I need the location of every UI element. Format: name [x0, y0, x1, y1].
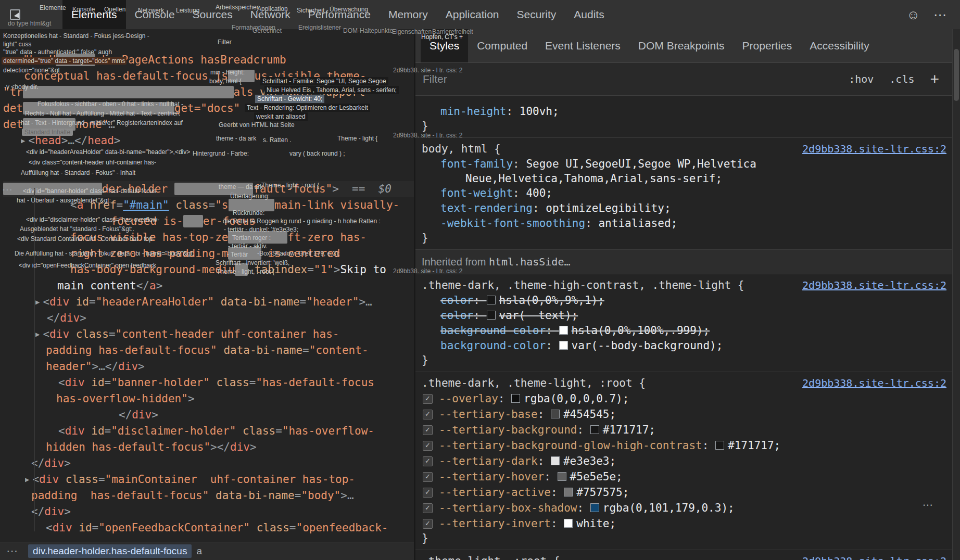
expand-arrow-icon[interactable]: ▶ — [35, 330, 40, 338]
toolbar-tab-sources[interactable]: Sources — [184, 0, 242, 29]
stylesheet-link[interactable]: 2d9bb338.site-ltr.css:2 — [802, 377, 946, 389]
dom-tree-line[interactable]: right-zero has-padding-medium is-centere… — [70, 246, 414, 262]
css-property[interactable]: ✓--tertiary-background: #171717; — [415, 422, 952, 438]
css-property[interactable]: min-height: 100vh; — [415, 104, 952, 119]
color-swatch[interactable] — [558, 472, 566, 481]
color-swatch[interactable] — [487, 296, 496, 304]
dom-tree-line[interactable]: conceptual has-default-focus js-focus-vi… — [24, 68, 414, 84]
dom-tree-line[interactable]: </div> — [31, 455, 414, 472]
color-swatch[interactable] — [564, 488, 573, 497]
color-swatch[interactable] — [551, 410, 560, 418]
toolbar-tab-memory[interactable]: Memory — [380, 0, 437, 29]
tab-properties[interactable]: Properties — [734, 29, 801, 62]
dom-tree-line[interactable]: ▶<div id="headerAreaHolder" data-bi-name… — [35, 294, 414, 310]
dom-tree-line[interactable]: "true" data-authenticated="false" aals v… — [3, 84, 414, 100]
toolbar-tab-security[interactable]: Security — [508, 0, 565, 29]
property-checkbox[interactable]: ✓ — [423, 425, 433, 435]
property-checkbox[interactable]: ✓ — [423, 394, 433, 404]
css-property[interactable]: ✓--tertiary-invert: white; — [415, 516, 952, 531]
css-property[interactable]: ✓--tertiary-hover: #5e5e5e; — [415, 469, 952, 485]
property-checkbox[interactable]: ✓ — [423, 441, 433, 451]
dom-tree-line[interactable] — [0, 165, 414, 181]
dom-tree-line[interactable]: padding has-default-focus" data-bi-name=… — [46, 342, 414, 359]
css-property[interactable]: -webkit-font-smoothing: antialiased; — [415, 216, 952, 231]
dom-tree-line[interactable]: ss="hasHeader" hasPageActions hasBreadcr… — [3, 52, 414, 68]
css-property[interactable]: ✓--tertiary-dark: #e3e3e3; — [415, 453, 952, 469]
property-checkbox[interactable]: ✓ — [423, 488, 433, 498]
dom-tree-line[interactable]: </div> — [119, 407, 414, 423]
styles-scrollbar[interactable] — [952, 29, 960, 560]
dom-tree-line[interactable]: <div id="banner-holder" class="has-defau… — [58, 375, 414, 391]
toolbar-tab-elements[interactable]: Elements — [62, 0, 126, 29]
css-property[interactable]: background-color: hsla(0,0%,100%,.999); — [415, 323, 952, 338]
tab-computed[interactable]: Computed — [468, 29, 536, 62]
rule-selector[interactable]: .theme-dark, .theme-light, :root { — [422, 377, 646, 389]
dom-tree-line[interactable]: focus-visible has-top-zero has-left-zero… — [70, 230, 414, 246]
inherited-from-selector[interactable]: html.hasSide… — [489, 256, 571, 268]
breadcrumb-item[interactable]: a — [192, 544, 207, 558]
expand-arrow-icon[interactable]: ▶ — [21, 136, 25, 145]
css-property[interactable]: ✓--tertiary-base: #454545; — [415, 406, 952, 422]
color-swatch[interactable] — [559, 326, 568, 335]
property-checkbox[interactable]: ✓ — [423, 503, 433, 513]
dom-tree-line[interactable] — [0, 149, 414, 165]
dom-tree-line[interactable]: has-body-background-medium" tabindex="1"… — [70, 262, 414, 278]
dom-tree-line[interactable]: ▶<div class="content-header uhf-containe… — [35, 326, 414, 342]
scrollbar-thumb[interactable] — [954, 49, 959, 101]
color-swatch[interactable] — [564, 519, 573, 528]
breadcrumb-overflow-icon[interactable]: ⋯ — [6, 544, 19, 558]
property-checkbox[interactable]: ✓ — [423, 519, 433, 529]
new-style-rule-button[interactable]: + — [930, 71, 939, 87]
tab-dom-breakpoints[interactable]: DOM Breakpoints — [629, 29, 734, 62]
rule-selector[interactable]: .theme-dark, .theme-high-contrast, .them… — [422, 279, 744, 291]
color-swatch[interactable] — [487, 311, 496, 320]
feedback-smiley-icon[interactable]: ☺ — [906, 7, 920, 22]
tab-styles[interactable]: Styles — [421, 29, 468, 62]
dom-tree-line[interactable]: -focused is-inner-focus — [104, 213, 414, 230]
dom-tree-line[interactable]: padding has-default-focus" data-bi-name=… — [31, 488, 414, 504]
color-swatch[interactable] — [559, 341, 568, 350]
dom-tree-line[interactable]: <a href="#main" class="skip-to-main-link… — [70, 197, 414, 213]
element-classes-button[interactable]: .cls — [889, 73, 914, 85]
dom-tree-line[interactable]: main content</a> — [57, 278, 414, 294]
expand-arrow-icon[interactable]: ▶ — [25, 475, 29, 483]
dom-tree-line[interactable]: </div> — [47, 310, 414, 326]
css-property[interactable]: ✓--overlay: rgba(0,0,0,0.7); — [415, 391, 952, 406]
css-property[interactable]: text-rendering: optimizeLegibility; — [415, 201, 952, 216]
property-checkbox[interactable]: ✓ — [423, 456, 433, 466]
css-property[interactable]: color: var(--text); — [415, 308, 952, 323]
dom-tree-line[interactable]: <div class="header-holder theme has-defa… — [3, 181, 414, 197]
color-swatch[interactable] — [511, 394, 520, 403]
dom-tree-line[interactable]: detection="none"… — [3, 117, 414, 133]
stylesheet-link[interactable]: 2d9bb338.site-ltr.css:2 — [802, 279, 946, 291]
expand-arrow-icon[interactable]: ▶ — [35, 298, 40, 306]
toolbar-tab-performance[interactable]: Performance — [299, 0, 380, 29]
css-property[interactable]: font-family: Segoe UI,SegoeUI,Segoe WP,H… — [415, 157, 952, 172]
dom-tree-line[interactable]: </div> — [31, 504, 414, 520]
color-swatch[interactable] — [590, 425, 599, 434]
inspect-element-icon[interactable] — [8, 8, 22, 21]
color-swatch[interactable] — [590, 503, 599, 512]
dom-tree-line[interactable]: <div id="openFeedbackContainer" class="o… — [46, 520, 414, 536]
toolbar-tab-application[interactable]: Application — [437, 0, 508, 29]
tab-accessibility[interactable]: Accessibility — [801, 29, 878, 62]
more-menu-icon[interactable]: ⋯ — [933, 7, 946, 22]
pseudo-state-button[interactable]: :hov — [849, 73, 874, 85]
rule-selector[interactable]: body, html { — [422, 143, 501, 155]
toolbar-tab-audits[interactable]: Audits — [565, 0, 613, 29]
property-checkbox[interactable]: ✓ — [423, 410, 433, 419]
dom-tree-line[interactable]: <div id="disclaimer-holder" class="has-o… — [58, 423, 414, 439]
dom-tree-line[interactable]: ▶<head>…</head> — [21, 133, 414, 149]
css-property[interactable]: font-weight: 400; — [415, 186, 952, 201]
breadcrumb-item[interactable]: div.header-holder.has-default-focus — [28, 544, 192, 558]
rule-selector[interactable]: .theme-light, :root { — [422, 555, 560, 560]
dom-tree-line[interactable]: header">…</div> — [46, 359, 414, 375]
dom-tree-line[interactable]: determined="true" data-target="docs" x-m… — [3, 100, 414, 117]
color-swatch[interactable] — [715, 441, 724, 450]
dom-tree-line[interactable]: has-overflow-hidden"> — [56, 391, 414, 407]
toolbar-tab-console[interactable]: Console — [126, 0, 184, 29]
styles-filter-input[interactable]: Filter — [423, 73, 833, 85]
tab-event-listeners[interactable]: Event Listeners — [536, 29, 629, 62]
toolbar-tab-network[interactable]: Network — [242, 0, 299, 29]
color-swatch[interactable] — [551, 456, 560, 465]
